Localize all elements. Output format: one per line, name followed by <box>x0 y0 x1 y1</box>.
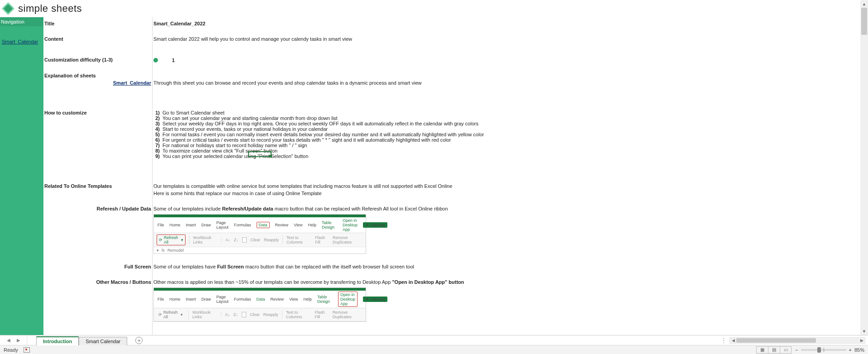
label-difficulty: Customization difficulty (1-3) <box>43 56 152 63</box>
hscroll-thumb[interactable] <box>736 338 816 343</box>
brand-mark-icon <box>2 2 14 15</box>
refresh-text-pre: Some of our templates include <box>153 206 222 211</box>
rb2-refresh-all: Refresh All ▾ <box>157 310 185 320</box>
value-related[interactable]: Our templates is compatible with online … <box>152 182 453 190</box>
zoom-percent[interactable]: 85% <box>854 347 864 353</box>
step-num-9: 9) <box>153 153 160 159</box>
zoom-in-button[interactable]: + <box>849 347 852 353</box>
view-pagelayout-icon[interactable]: ▤ <box>768 346 780 354</box>
rb2-tab-review: Review <box>271 297 284 301</box>
scroll-down-arrow-icon[interactable]: ▼ <box>860 327 868 335</box>
vertical-scrollbar[interactable]: ▲ ▼ <box>860 0 868 335</box>
rb2-viewing-btn: Viewing <box>363 297 387 302</box>
explanation-sheet-link[interactable]: Smart_Calendar <box>43 79 152 86</box>
rb2-filter-icon <box>242 312 247 317</box>
rb2-refresh-label: Refresh All <box>163 310 179 319</box>
rb-remove: Remove Duplicates <box>333 235 363 244</box>
value-explanation-text[interactable]: Through this sheet you can browse and re… <box>152 79 422 86</box>
rb-open-desktop: Open in Desktop App <box>343 218 358 232</box>
fullscreen-text-bold: Full Screen <box>217 264 245 269</box>
rb2-flash: Flash Fill <box>315 310 329 319</box>
view-mode-switcher: ▦ ▤ ▭ <box>756 346 792 354</box>
hscroll-right-icon[interactable]: ▶ <box>858 338 865 343</box>
rb2-tab-file: File <box>157 297 164 301</box>
view-normal-icon[interactable]: ▦ <box>756 346 768 354</box>
step-text-4: Start to record your events, tasks or yo… <box>162 126 328 132</box>
workbook-area: simple sheets Navigation Smart_Calendar … <box>0 0 868 354</box>
value-other[interactable]: Other macros is applied on less than ~15… <box>152 278 465 286</box>
value-fullscreen[interactable]: Some of our templates have Full Screen m… <box>152 263 415 270</box>
value-title[interactable]: Smart_Calendar_2022 <box>152 20 206 27</box>
view-pagebreak-icon[interactable]: ▭ <box>780 346 792 354</box>
rb2-workbook-links: Workbook Links <box>188 310 217 319</box>
sheet-tabs: Introduction Smart Calendar <box>36 335 127 345</box>
rb-refresh-label: Refresh All <box>164 235 180 244</box>
step-text-1: Go to Smart Calendar sheet <box>162 110 224 115</box>
brand-logo: simple sheets <box>0 0 82 17</box>
step-text-9: You can print your selected calendar usi… <box>162 153 308 159</box>
tab-smart-calendar[interactable]: Smart Calendar <box>79 337 127 345</box>
step-num-6: 6) <box>153 137 160 143</box>
rb2-tab-insert: Insert <box>186 297 196 301</box>
label-explanation: Explanation of sheets <box>43 72 152 79</box>
step-text-2: You can set your calendar year and start… <box>162 115 338 121</box>
label-content: Content <box>43 35 152 43</box>
tabbar-more-icon[interactable]: ⋮ <box>721 337 727 344</box>
sidebar-link-smart-calendar[interactable]: Smart_Calendar <box>0 37 43 46</box>
sidebar: Navigation Smart_Calendar <box>0 17 43 335</box>
rb2-open-desktop: Open in Desktop App <box>338 292 358 307</box>
rb2-tab-pagelayout: Page Layout <box>216 295 229 304</box>
tab-introduction[interactable]: Introduction <box>36 336 79 345</box>
brand-name: simple sheets <box>18 3 82 14</box>
vscroll-track[interactable] <box>860 8 868 327</box>
hscroll-track[interactable] <box>736 338 858 343</box>
rb2-tab-home: Home <box>170 297 181 301</box>
zoom-control: − + 85% <box>795 347 864 353</box>
ribbon-mock-refresh: File Home Insert Draw Page Layout Formul… <box>152 212 367 255</box>
rb-tab-pagelayout: Page Layout <box>216 220 229 230</box>
zoom-slider-knob[interactable] <box>817 347 821 353</box>
status-ready: Ready <box>4 347 18 353</box>
rb2-tab-formulas: Formulas <box>234 297 251 301</box>
add-sheet-icon: + <box>135 337 143 344</box>
value-related-hint[interactable]: Here is some hints that replace our macr… <box>152 190 323 197</box>
macro-record-icon[interactable] <box>24 347 30 353</box>
hscroll-left-icon[interactable]: ◀ <box>730 338 736 343</box>
rb-fx: fx <box>162 248 165 253</box>
rb2-tab-data: Data <box>257 297 265 301</box>
step-num-4: 4) <box>153 126 160 132</box>
sheet-view: simple sheets Navigation Smart_Calendar … <box>0 0 868 335</box>
scroll-up-arrow-icon[interactable]: ▲ <box>860 0 868 8</box>
rb2-clear: Clear <box>250 312 260 317</box>
value-content[interactable]: Smart calendar 2022 will help you to con… <box>152 35 353 43</box>
horizontal-scrollbar[interactable]: ◀ ▶ <box>730 337 865 344</box>
rb-tab-draw: Draw <box>201 223 211 227</box>
column-divider <box>152 17 153 335</box>
sheet-content: simple sheets Navigation Smart_Calendar … <box>0 0 868 335</box>
rb-flash: Flash Fill <box>315 235 329 244</box>
sheet-nav-prev-icon[interactable]: ◀ <box>7 338 10 343</box>
other-text-pre: Other macros is applied on less than ~15… <box>153 279 392 285</box>
main-content: Title Smart_Calendar_2022 Content Smart … <box>43 17 860 335</box>
sheet-nav-next-icon[interactable]: ▶ <box>17 338 20 343</box>
add-sheet-button[interactable]: + <box>135 335 143 345</box>
howto-steps[interactable]: 1)Go to Smart Calendar sheet 2)You can s… <box>152 109 485 160</box>
rb-tab-review: Review <box>275 223 289 227</box>
rb2-tab-help: Help <box>303 297 312 301</box>
value-difficulty[interactable]: 1 <box>152 56 176 64</box>
label-refresh: Referesh / Update Data <box>43 205 152 212</box>
zoom-out-button[interactable]: − <box>795 347 798 353</box>
rb-reapply: Reapply <box>264 238 279 242</box>
zoom-slider[interactable] <box>801 349 846 351</box>
rb-filter-icon <box>242 237 247 243</box>
value-refresh[interactable]: Some of our templates include Referesh/U… <box>152 205 449 212</box>
rb2-viewing-label: Viewing <box>371 297 385 301</box>
vscroll-thumb[interactable] <box>861 8 867 35</box>
eye-icon-2 <box>366 297 369 301</box>
ribbon-mock-2: File Home Insert Draw Page Layout Formul… <box>153 287 366 322</box>
label-related: Related To Online Templates <box>43 182 152 190</box>
refresh-icon <box>159 238 162 242</box>
rb-refresh-all: Refresh All ▾ <box>157 234 186 245</box>
label-howto: How to customize <box>43 109 152 116</box>
rb-viewing-label: Viewing <box>371 223 385 227</box>
